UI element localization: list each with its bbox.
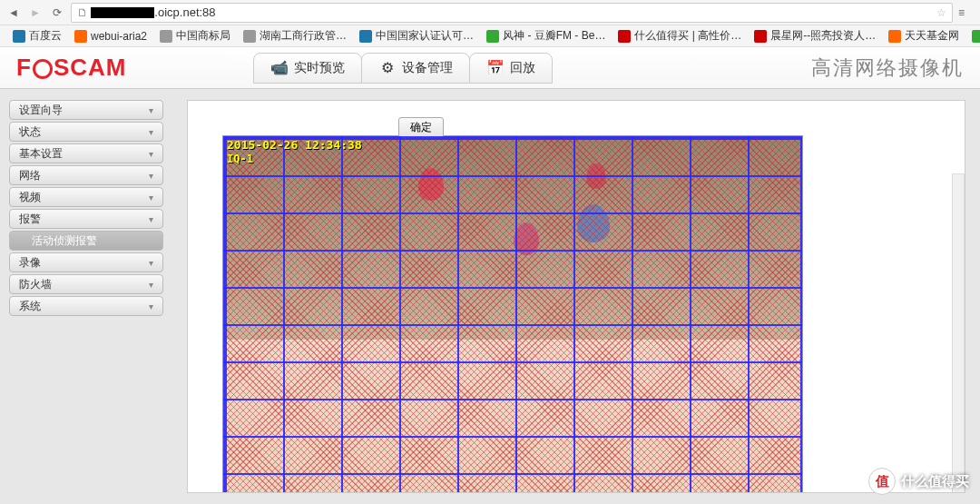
bookmark-item[interactable]: 晨星网--照亮投资人… xyxy=(749,26,881,45)
tab-label: 回放 xyxy=(510,60,535,76)
sidebar: 设置向导▾状态▾基本设置▾网络▾视频▾报警▾活动侦测报警录像▾防火墙▾系统▾ xyxy=(0,89,172,504)
sidebar-item-label: 基本设置 xyxy=(19,146,63,162)
sidebar-item[interactable]: 设置向导▾ xyxy=(9,100,163,120)
sidebar-item-label: 活动侦测报警 xyxy=(32,233,97,249)
chevron-down-icon: ▾ xyxy=(149,280,153,290)
sidebar-item-label: 报警 xyxy=(19,212,41,227)
bookmark-label: 风神 - 豆瓣FM - Be… xyxy=(503,28,605,44)
bookmark-label: 天天基金网 xyxy=(905,28,959,44)
browser-nav-bar: ◄ ► ⟳ 🗋 .oicp.net:88 ☆ ≡ xyxy=(0,0,980,25)
sidebar-item[interactable]: 状态▾ xyxy=(9,122,163,142)
chevron-down-icon: ▾ xyxy=(149,171,153,181)
bookmark-favicon xyxy=(243,30,256,43)
chevron-down-icon: ▾ xyxy=(149,301,153,311)
main-tabs: 📹实时预览⚙设备管理📅回放 xyxy=(253,53,552,84)
bookmark-star-icon[interactable]: ☆ xyxy=(936,6,946,19)
bookmark-favicon xyxy=(486,30,499,43)
chevron-down-icon: ▾ xyxy=(149,258,153,268)
watermark-text: 什么值得买 xyxy=(901,473,969,490)
bookmark-favicon xyxy=(618,30,631,43)
bookmark-favicon xyxy=(888,30,901,43)
video-preview[interactable]: 2015-02-26 12:34:38 IQ-1 xyxy=(222,135,803,493)
url-text: .oicp.net:88 xyxy=(154,5,215,19)
bookmark-label: 中国商标局 xyxy=(176,28,230,44)
bookmark-item[interactable]: 什么值得买 | 高性价… xyxy=(612,26,747,45)
menu-icon[interactable]: ≡ xyxy=(958,6,975,19)
sidebar-item[interactable]: 报警▾ xyxy=(9,209,163,229)
bookmark-item[interactable]: 中国国家认证认可… xyxy=(354,26,479,45)
main-tab[interactable]: 📹实时预览 xyxy=(253,53,362,84)
motion-detect-grid[interactable] xyxy=(223,136,802,493)
sidebar-item-label: 网络 xyxy=(19,168,41,183)
bookmark-favicon xyxy=(972,30,980,43)
bookmark-item[interactable]: 中国商标局 xyxy=(154,26,236,45)
chevron-down-icon: ▾ xyxy=(149,193,153,203)
logo: F SCAM xyxy=(16,54,126,82)
bookmark-favicon xyxy=(74,30,87,43)
ok-button[interactable]: 确定 xyxy=(398,117,444,138)
sidebar-item-label: 状态 xyxy=(19,124,41,140)
scrollbar[interactable] xyxy=(952,173,965,493)
bookmark-favicon xyxy=(160,30,172,43)
page-subtitle: 高清网络摄像机 xyxy=(811,54,964,82)
main-panel: 确定 2015-02-26 12:34:38 IQ-1 xyxy=(172,89,980,504)
video-channel: IQ-1 xyxy=(227,153,253,165)
tab-label: 设备管理 xyxy=(402,60,453,76)
bookmark-item[interactable]: webui-aria2 xyxy=(69,28,152,44)
tab-icon: ⚙ xyxy=(378,59,397,77)
bookmark-item[interactable]: 风神 - 豆瓣FM - Be… xyxy=(481,26,611,45)
sidebar-item[interactable]: 录像▾ xyxy=(9,252,163,272)
url-redacted xyxy=(91,7,154,18)
chevron-down-icon: ▾ xyxy=(149,214,153,224)
bookmark-item[interactable]: 天天基金网 xyxy=(883,26,965,45)
url-bar[interactable]: 🗋 .oicp.net:88 ☆ xyxy=(71,3,953,23)
chevron-down-icon: ▾ xyxy=(149,127,153,137)
logo-o-icon xyxy=(33,59,53,79)
sidebar-item[interactable]: 防火墙▾ xyxy=(9,274,163,294)
sidebar-item[interactable]: 基本设置▾ xyxy=(9,143,163,163)
bookmarks-bar: 百度云webui-aria2中国商标局湖南工商行政管…中国国家认证认可…风神 -… xyxy=(0,25,980,47)
sidebar-item[interactable]: 系统▾ xyxy=(9,296,163,316)
bookmark-label: webui-aria2 xyxy=(91,30,147,43)
sidebar-item[interactable]: 活动侦测报警 xyxy=(9,231,163,251)
app-header: F SCAM 📹实时预览⚙设备管理📅回放 高清网络摄像机 xyxy=(0,47,980,89)
bookmark-item[interactable]: 精品绿色便携软件 xyxy=(966,26,980,45)
bookmark-favicon xyxy=(359,30,372,43)
app-body: 设置向导▾状态▾基本设置▾网络▾视频▾报警▾活动侦测报警录像▾防火墙▾系统▾ 确… xyxy=(0,89,980,504)
content-panel: 确定 2015-02-26 12:34:38 IQ-1 xyxy=(187,100,965,493)
bookmark-favicon xyxy=(754,30,767,43)
forward-button[interactable]: ► xyxy=(27,5,44,21)
logo-post: SCAM xyxy=(54,54,127,82)
chevron-down-icon: ▾ xyxy=(149,149,153,159)
sidebar-item-label: 系统 xyxy=(19,299,41,314)
bookmark-item[interactable]: 湖南工商行政管… xyxy=(238,26,352,45)
bookmark-label: 百度云 xyxy=(29,28,62,44)
reload-button[interactable]: ⟳ xyxy=(49,5,65,21)
sidebar-item[interactable]: 视频▾ xyxy=(9,187,163,207)
chevron-down-icon: ▾ xyxy=(149,105,153,115)
tab-icon: 📹 xyxy=(270,59,289,77)
sidebar-item-label: 录像 xyxy=(19,255,41,271)
tab-icon: 📅 xyxy=(486,59,505,77)
watermark: 值 什么值得买 xyxy=(868,468,969,495)
main-tab[interactable]: ⚙设备管理 xyxy=(361,53,470,84)
bookmark-label: 湖南工商行政管… xyxy=(260,28,347,44)
bookmark-label: 什么值得买 | 高性价… xyxy=(634,28,741,44)
watermark-badge: 值 xyxy=(868,468,896,495)
back-button[interactable]: ◄ xyxy=(5,5,22,21)
bookmark-label: 中国国家认证认可… xyxy=(376,28,474,44)
sidebar-item[interactable]: 网络▾ xyxy=(9,165,163,185)
sidebar-item-label: 设置向导 xyxy=(19,103,63,118)
sidebar-item-label: 视频 xyxy=(19,190,41,205)
bookmark-favicon xyxy=(13,30,25,43)
video-timestamp: 2015-02-26 12:34:38 xyxy=(227,138,362,152)
main-tab[interactable]: 📅回放 xyxy=(469,53,553,84)
bookmark-item[interactable]: 百度云 xyxy=(7,26,67,45)
tab-label: 实时预览 xyxy=(294,60,345,76)
bookmark-label: 晨星网--照亮投资人… xyxy=(770,28,876,44)
logo-pre: F xyxy=(16,54,32,82)
sidebar-item-label: 防火墙 xyxy=(19,277,52,292)
